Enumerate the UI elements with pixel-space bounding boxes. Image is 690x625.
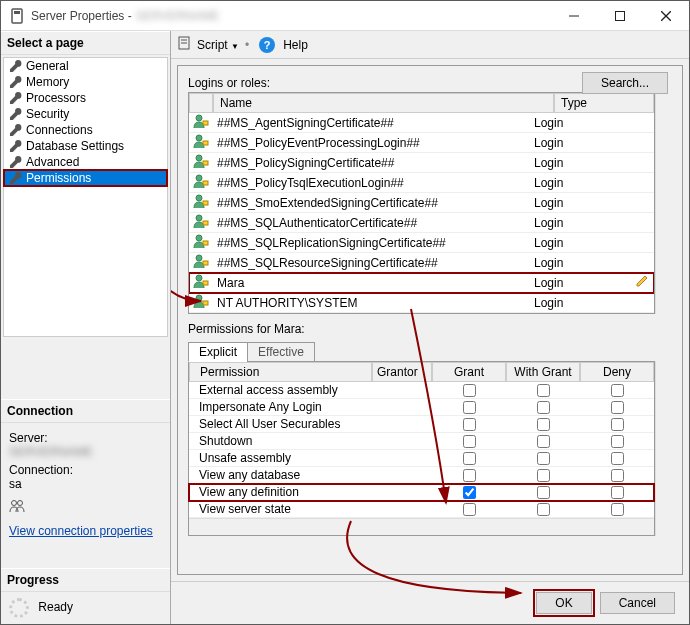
col-withgrant[interactable]: With Grant <box>506 362 580 382</box>
page-item-processors[interactable]: Processors <box>4 90 167 106</box>
page-label: Advanced <box>26 155 79 169</box>
people-icon <box>9 499 25 516</box>
login-icon <box>189 133 213 152</box>
login-icon <box>189 113 213 132</box>
col-grant[interactable]: Grant <box>432 362 506 382</box>
login-type: Login <box>530 195 630 211</box>
page-list[interactable]: GeneralMemoryProcessorsSecurityConnectio… <box>3 57 168 337</box>
permission-grantor <box>372 467 432 483</box>
deny-checkbox[interactable] <box>611 435 624 448</box>
page-item-memory[interactable]: Memory <box>4 74 167 90</box>
permission-row[interactable]: Shutdown <box>189 433 654 450</box>
col-permission[interactable]: Permission <box>189 362 372 382</box>
server-properties-dialog: Server Properties -SERVERNAME Select a p… <box>0 0 690 625</box>
ok-button[interactable]: OK <box>536 592 591 614</box>
script-dropdown[interactable]: Script ▼ <box>197 38 239 52</box>
login-icon <box>189 253 213 272</box>
search-button[interactable]: Search... <box>582 72 668 94</box>
page-item-general[interactable]: General <box>4 58 167 74</box>
login-row[interactable]: ##MS_PolicySigningCertificate##Login <box>189 153 654 173</box>
page-label: Processors <box>26 91 86 105</box>
titlebar[interactable]: Server Properties -SERVERNAME <box>1 1 689 31</box>
minimize-button[interactable] <box>551 1 597 31</box>
permission-row[interactable]: Impersonate Any Login <box>189 399 654 416</box>
svg-point-27 <box>196 275 202 281</box>
wrench-icon <box>8 59 22 73</box>
grant-checkbox[interactable] <box>463 486 476 499</box>
permission-grantor <box>372 433 432 449</box>
tab-explicit[interactable]: Explicit <box>188 342 248 362</box>
deny-checkbox[interactable] <box>611 503 624 516</box>
grant-checkbox[interactable] <box>463 435 476 448</box>
page-item-database-settings[interactable]: Database Settings <box>4 138 167 154</box>
help-label[interactable]: Help <box>283 38 308 52</box>
svg-rect-30 <box>203 301 208 305</box>
permission-row[interactable]: View any definition <box>189 484 654 501</box>
grant-checkbox[interactable] <box>463 418 476 431</box>
logins-grid[interactable]: Name Type ##MS_AgentSigningCertificate##… <box>188 92 655 314</box>
permission-row[interactable]: View any database <box>189 467 654 484</box>
grant-checkbox[interactable] <box>463 503 476 516</box>
deny-checkbox[interactable] <box>611 452 624 465</box>
withgrant-checkbox[interactable] <box>537 401 550 414</box>
page-item-advanced[interactable]: Advanced <box>4 154 167 170</box>
login-name: Mara <box>213 275 530 291</box>
view-connection-properties-link[interactable]: View connection properties <box>9 524 153 538</box>
withgrant-checkbox[interactable] <box>537 452 550 465</box>
permission-row[interactable]: External access assembly <box>189 382 654 399</box>
permission-name: External access assembly <box>189 382 372 398</box>
connection-value: sa <box>9 477 162 491</box>
login-icon <box>189 193 213 212</box>
maximize-button[interactable] <box>597 1 643 31</box>
permission-row[interactable]: Select All User Securables <box>189 416 654 433</box>
wrench-icon <box>8 107 22 121</box>
login-row[interactable]: NT AUTHORITY\SYSTEMLogin <box>189 293 654 313</box>
login-row[interactable]: ##MS_PolicyEventProcessingLogin##Login <box>189 133 654 153</box>
grant-checkbox[interactable] <box>463 384 476 397</box>
permission-name: View server state <box>189 501 372 517</box>
svg-rect-1 <box>14 11 20 14</box>
logins-scrollbar[interactable] <box>655 92 672 314</box>
login-row[interactable]: ##MS_SQLReplicationSigningCertificate##L… <box>189 233 654 253</box>
close-button[interactable] <box>643 1 689 31</box>
withgrant-checkbox[interactable] <box>537 384 550 397</box>
grant-checkbox[interactable] <box>463 452 476 465</box>
page-item-connections[interactable]: Connections <box>4 122 167 138</box>
withgrant-checkbox[interactable] <box>537 486 550 499</box>
permission-row[interactable]: Unsafe assembly <box>189 450 654 467</box>
login-row[interactable]: ##MS_SQLResourceSigningCertificate##Logi… <box>189 253 654 273</box>
page-item-security[interactable]: Security <box>4 106 167 122</box>
col-deny[interactable]: Deny <box>580 362 654 382</box>
login-row[interactable]: ##MS_PolicyTsqlExecutionLogin##Login <box>189 173 654 193</box>
login-row[interactable]: ##MS_AgentSigningCertificate##Login <box>189 113 654 133</box>
svg-point-29 <box>196 295 202 301</box>
deny-checkbox[interactable] <box>611 486 624 499</box>
login-row[interactable]: ##MS_SmoExtendedSigningCertificate##Logi… <box>189 193 654 213</box>
withgrant-checkbox[interactable] <box>537 469 550 482</box>
withgrant-checkbox[interactable] <box>537 503 550 516</box>
row-action-icon[interactable] <box>630 274 654 291</box>
deny-checkbox[interactable] <box>611 469 624 482</box>
withgrant-checkbox[interactable] <box>537 418 550 431</box>
permissions-hscrollbar[interactable] <box>189 518 654 535</box>
deny-checkbox[interactable] <box>611 418 624 431</box>
col-name[interactable]: Name <box>213 93 554 113</box>
login-name: ##MS_PolicySigningCertificate## <box>213 155 530 171</box>
col-type[interactable]: Type <box>554 93 654 113</box>
col-grantor[interactable]: Grantor <box>372 362 432 382</box>
withgrant-checkbox[interactable] <box>537 435 550 448</box>
page-item-permissions[interactable]: Permissions <box>4 170 167 186</box>
deny-checkbox[interactable] <box>611 384 624 397</box>
svg-rect-24 <box>203 241 208 245</box>
permission-row[interactable]: View server state <box>189 501 654 518</box>
grant-checkbox[interactable] <box>463 401 476 414</box>
login-row[interactable]: MaraLogin <box>189 273 654 293</box>
deny-checkbox[interactable] <box>611 401 624 414</box>
grant-checkbox[interactable] <box>463 469 476 482</box>
permissions-grid[interactable]: Permission Grantor Grant With Grant Deny… <box>188 361 655 536</box>
cancel-button[interactable]: Cancel <box>600 592 675 614</box>
tab-effective[interactable]: Effective <box>247 342 315 362</box>
help-icon[interactable]: ? <box>259 37 275 53</box>
permissions-scrollbar[interactable] <box>655 361 672 536</box>
login-row[interactable]: ##MS_SQLAuthenticatorCertificate##Login <box>189 213 654 233</box>
